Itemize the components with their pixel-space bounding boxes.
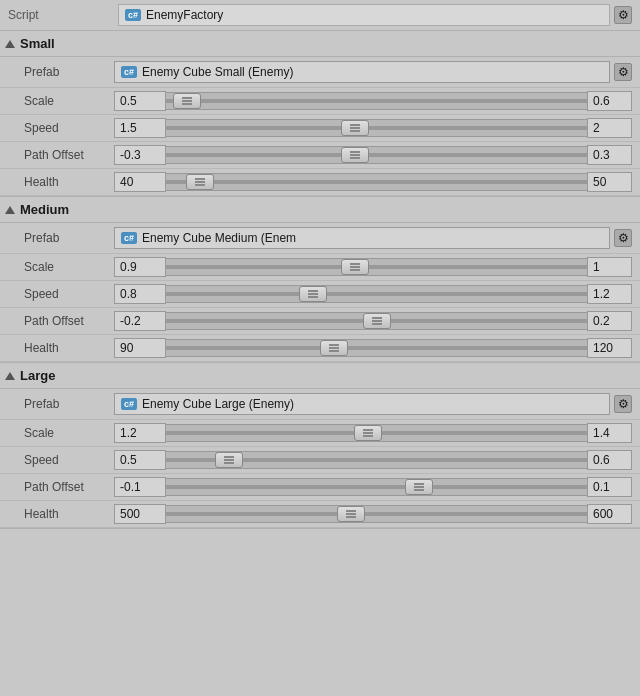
field-max-input-small-3[interactable]: [587, 172, 632, 192]
section-header-medium[interactable]: Medium: [0, 197, 640, 223]
script-row: Script c# EnemyFactory ⚙: [0, 0, 640, 31]
slider-track-small-2: [166, 153, 587, 157]
script-value: EnemyFactory: [146, 8, 223, 22]
slider-thumb-small-3[interactable]: [186, 174, 214, 190]
field-min-input-small-3[interactable]: [114, 172, 166, 192]
field-row-small-speed: Speed: [0, 115, 640, 142]
slider-small-2[interactable]: [166, 146, 587, 164]
slider-track-large-2: [166, 485, 587, 489]
field-label-small-0: Scale: [24, 94, 114, 108]
slider-large-2[interactable]: [166, 478, 587, 496]
prefab-value-medium: Enemy Cube Medium (Enem: [142, 231, 296, 245]
slider-thumb-large-0[interactable]: [354, 425, 382, 441]
field-min-input-medium-3[interactable]: [114, 338, 166, 358]
prefab-field-small[interactable]: c# Enemy Cube Small (Enemy): [114, 61, 610, 83]
slider-medium-3[interactable]: [166, 339, 587, 357]
field-max-input-large-1[interactable]: [587, 450, 632, 470]
field-max-input-large-0[interactable]: [587, 423, 632, 443]
prefab-icon-large: c#: [121, 398, 137, 410]
field-label-large-0: Scale: [24, 426, 114, 440]
field-min-input-medium-1[interactable]: [114, 284, 166, 304]
section-title-medium: Medium: [20, 202, 69, 217]
section-content-large: Prefab c# Enemy Cube Large (Enemy) ⚙ Sca…: [0, 389, 640, 529]
script-field[interactable]: c# EnemyFactory: [118, 4, 610, 26]
prefab-row-medium: Prefab c# Enemy Cube Medium (Enem ⚙: [0, 223, 640, 254]
prefab-gear-medium[interactable]: ⚙: [614, 229, 632, 247]
field-row-medium-speed: Speed: [0, 281, 640, 308]
field-label-medium-1: Speed: [24, 287, 114, 301]
field-row-large-scale: Scale: [0, 420, 640, 447]
prefab-value-large: Enemy Cube Large (Enemy): [142, 397, 294, 411]
field-min-input-medium-2[interactable]: [114, 311, 166, 331]
prefab-gear-large[interactable]: ⚙: [614, 395, 632, 413]
prefab-value-small: Enemy Cube Small (Enemy): [142, 65, 293, 79]
slider-thumb-medium-0[interactable]: [341, 259, 369, 275]
slider-thumb-medium-2[interactable]: [363, 313, 391, 329]
field-label-small-2: Path Offset: [24, 148, 114, 162]
prefab-field-medium[interactable]: c# Enemy Cube Medium (Enem: [114, 227, 610, 249]
prefab-label-large: Prefab: [24, 397, 114, 411]
field-row-large-speed: Speed: [0, 447, 640, 474]
slider-small-1[interactable]: [166, 119, 587, 137]
field-min-input-large-2[interactable]: [114, 477, 166, 497]
field-max-input-large-3[interactable]: [587, 504, 632, 524]
slider-thumb-medium-3[interactable]: [320, 340, 348, 356]
prefab-row-small: Prefab c# Enemy Cube Small (Enemy) ⚙: [0, 57, 640, 88]
field-max-input-small-1[interactable]: [587, 118, 632, 138]
slider-large-3[interactable]: [166, 505, 587, 523]
slider-large-1[interactable]: [166, 451, 587, 469]
inspector-panel: Script c# EnemyFactory ⚙ Small Prefab c#…: [0, 0, 640, 529]
slider-medium-0[interactable]: [166, 258, 587, 276]
slider-thumb-small-0[interactable]: [173, 93, 201, 109]
field-label-medium-3: Health: [24, 341, 114, 355]
slider-track-medium-1: [166, 292, 587, 296]
field-label-medium-0: Scale: [24, 260, 114, 274]
section-header-small[interactable]: Small: [0, 31, 640, 57]
field-max-input-medium-2[interactable]: [587, 311, 632, 331]
field-min-input-small-1[interactable]: [114, 118, 166, 138]
field-min-input-medium-0[interactable]: [114, 257, 166, 277]
slider-track-medium-3: [166, 346, 587, 350]
field-row-large-health: Health: [0, 501, 640, 528]
field-max-input-medium-3[interactable]: [587, 338, 632, 358]
field-row-medium-path-offset: Path Offset: [0, 308, 640, 335]
field-max-input-small-2[interactable]: [587, 145, 632, 165]
slider-thumb-medium-1[interactable]: [299, 286, 327, 302]
gear-button[interactable]: ⚙: [614, 6, 632, 24]
slider-thumb-large-1[interactable]: [215, 452, 243, 468]
slider-medium-1[interactable]: [166, 285, 587, 303]
field-min-input-small-0[interactable]: [114, 91, 166, 111]
field-label-large-1: Speed: [24, 453, 114, 467]
slider-thumb-large-3[interactable]: [337, 506, 365, 522]
section-header-large[interactable]: Large: [0, 363, 640, 389]
slider-small-3[interactable]: [166, 173, 587, 191]
field-row-small-health: Health: [0, 169, 640, 196]
field-min-input-small-2[interactable]: [114, 145, 166, 165]
prefab-field-large[interactable]: c# Enemy Cube Large (Enemy): [114, 393, 610, 415]
field-label-small-1: Speed: [24, 121, 114, 135]
field-min-input-large-1[interactable]: [114, 450, 166, 470]
slider-thumb-small-1[interactable]: [341, 120, 369, 136]
slider-track-small-1: [166, 126, 587, 130]
slider-thumb-large-2[interactable]: [405, 479, 433, 495]
slider-medium-2[interactable]: [166, 312, 587, 330]
prefab-label-small: Prefab: [24, 65, 114, 79]
field-row-medium-scale: Scale: [0, 254, 640, 281]
slider-thumb-small-2[interactable]: [341, 147, 369, 163]
field-min-input-large-3[interactable]: [114, 504, 166, 524]
slider-large-0[interactable]: [166, 424, 587, 442]
field-label-large-3: Health: [24, 507, 114, 521]
prefab-gear-small[interactable]: ⚙: [614, 63, 632, 81]
field-label-medium-2: Path Offset: [24, 314, 114, 328]
field-max-input-large-2[interactable]: [587, 477, 632, 497]
section-content-medium: Prefab c# Enemy Cube Medium (Enem ⚙ Scal…: [0, 223, 640, 363]
field-max-input-medium-0[interactable]: [587, 257, 632, 277]
slider-small-0[interactable]: [166, 92, 587, 110]
collapse-triangle-large: [5, 372, 15, 380]
field-max-input-small-0[interactable]: [587, 91, 632, 111]
field-row-medium-health: Health: [0, 335, 640, 362]
slider-track-large-3: [166, 512, 587, 516]
field-label-small-3: Health: [24, 175, 114, 189]
field-min-input-large-0[interactable]: [114, 423, 166, 443]
field-max-input-medium-1[interactable]: [587, 284, 632, 304]
